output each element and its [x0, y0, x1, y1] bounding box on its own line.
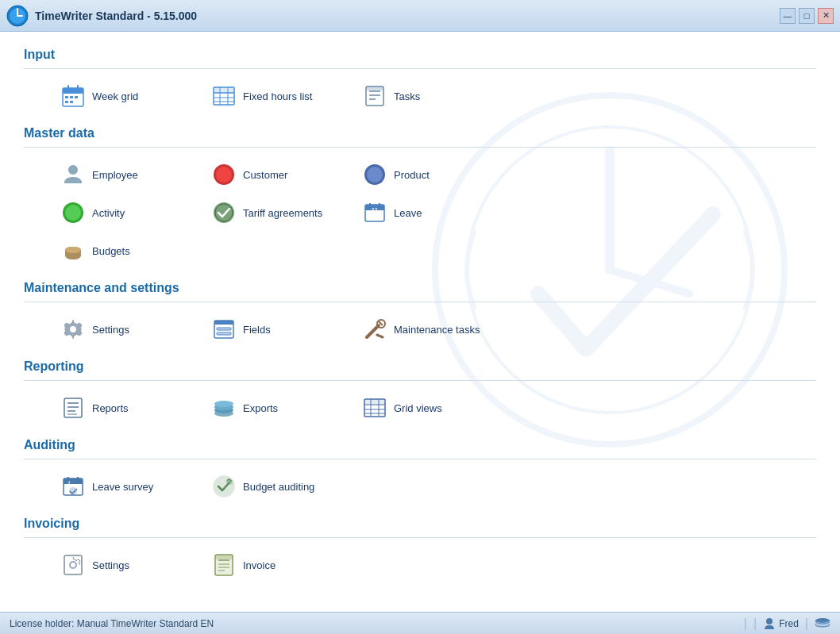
svg-rect-21: [214, 87, 234, 93]
svg-rect-68: [364, 399, 385, 405]
inv-settings-label: Settings: [92, 559, 129, 571]
minimize-button[interactable]: —: [780, 8, 796, 24]
fixed-hours-label: Fixed hours list: [243, 90, 312, 102]
week-grid-label: Week grid: [92, 90, 138, 102]
leave-icon: 11: [362, 200, 387, 225]
activity-icon: [60, 200, 86, 225]
menu-item-fields[interactable]: Fields: [198, 310, 349, 348]
svg-rect-11: [70, 96, 73, 98]
section-invoicing: Invoicing Settings Invoice: [24, 509, 816, 584]
product-label: Product: [394, 169, 430, 181]
menu-item-employee[interactable]: Employee: [48, 156, 198, 194]
fields-icon: [211, 317, 237, 342]
svg-rect-10: [65, 96, 68, 98]
section-title-input: Input: [24, 40, 816, 68]
menu-item-customer[interactable]: Customer: [198, 156, 349, 194]
menu-item-fixed-hours[interactable]: Fixed hours list: [198, 77, 349, 115]
activity-label: Activity: [92, 207, 125, 219]
svg-rect-12: [75, 96, 78, 98]
section-title-reporting: Reporting: [24, 352, 816, 380]
svg-point-86: [766, 618, 773, 624]
employee-label: Employee: [92, 169, 138, 181]
svg-rect-70: [64, 478, 83, 484]
svg-point-42: [65, 247, 81, 253]
svg-point-31: [367, 167, 383, 183]
section-master-data: Master data Employee Customer Product Ac…: [24, 118, 816, 270]
section-maintenance: Maintenance and settings Settings Fields…: [24, 273, 816, 348]
menu-item-tariff[interactable]: Tariff agreements: [198, 194, 349, 232]
settings-icon: [60, 317, 86, 342]
menu-item-tasks[interactable]: Tasks: [349, 77, 500, 115]
tasks-label: Tasks: [394, 90, 420, 102]
section-title-invoicing: Invoicing: [24, 509, 816, 537]
user-icon: [763, 617, 776, 630]
svg-rect-7: [63, 88, 83, 94]
license-text: License holder: Manual TimeWriter Standa…: [10, 618, 738, 629]
svg-rect-13: [65, 101, 68, 103]
menu-item-reports[interactable]: Reports: [48, 389, 198, 427]
separator-2: |: [753, 617, 757, 631]
svg-rect-26: [366, 86, 383, 90]
section-divider-maintenance: [24, 302, 816, 302]
separator-1: |: [744, 617, 747, 631]
section-items-reporting: Reports Exports Grid views: [24, 389, 816, 427]
status-bar: License holder: Manual TimeWriter Standa…: [0, 612, 840, 634]
separator-3: |: [805, 617, 808, 631]
app-title: TimeWriter Standard - 5.15.000: [35, 10, 780, 22]
invoice-label: Invoice: [243, 559, 276, 571]
svg-rect-48: [217, 332, 231, 335]
section-title-maintenance: Maintenance and settings: [24, 273, 816, 302]
section-title-master-data: Master data: [24, 118, 816, 147]
grid-views-label: Grid views: [394, 402, 442, 414]
section-reporting: Reporting Reports Exports Grid views: [24, 352, 816, 427]
inv-settings-icon: [60, 552, 86, 578]
settings-label: Settings: [92, 324, 129, 336]
svg-rect-47: [217, 328, 231, 330]
close-button[interactable]: ✕: [818, 8, 834, 24]
database-icon: [815, 617, 830, 630]
menu-item-grid-views[interactable]: Grid views: [349, 389, 500, 427]
menu-item-maintenance-tasks[interactable]: Maintenance tasks: [349, 310, 500, 348]
svg-point-44: [70, 326, 76, 332]
menu-item-week-grid[interactable]: Week grid: [48, 77, 198, 115]
tasks-icon: [362, 83, 387, 109]
svg-point-33: [65, 205, 81, 221]
menu-item-inv-settings[interactable]: Settings: [48, 546, 198, 584]
section-divider-invoicing: [24, 537, 816, 538]
exports-label: Exports: [243, 402, 278, 414]
section-items-input: Week grid Fixed hours list Tasks: [24, 77, 816, 115]
section-input: Input Week grid Fixed hours list Tasks: [24, 40, 816, 115]
customer-icon: [211, 162, 237, 187]
menu-item-leave[interactable]: 11 Leave: [349, 194, 500, 232]
menu-item-budgets[interactable]: Budgets: [48, 232, 198, 270]
fixed-hours-icon: [211, 83, 237, 109]
section-divider-input: [24, 68, 816, 69]
budgets-icon: [60, 238, 86, 263]
section-items-maintenance: Settings Fields Maintenance tasks: [24, 310, 816, 348]
menu-item-product[interactable]: Product: [349, 156, 500, 194]
menu-item-leave-survey[interactable]: 1 Leave survey: [48, 467, 198, 505]
product-icon: [362, 162, 387, 187]
budget-auditing-label: Budget auditing: [243, 481, 314, 493]
content-area: Input Week grid Fixed hours list TasksMa…: [0, 32, 840, 603]
budgets-label: Budgets: [92, 245, 130, 257]
menu-item-exports[interactable]: Exports: [198, 389, 349, 427]
fields-label: Fields: [243, 324, 271, 336]
svg-point-27: [68, 165, 78, 175]
budget-auditing-icon: [211, 474, 237, 499]
maximize-button[interactable]: □: [799, 8, 815, 24]
menu-item-budget-auditing[interactable]: Budget auditing: [198, 467, 349, 505]
week-grid-icon: [60, 83, 86, 109]
employee-icon: [60, 162, 86, 187]
svg-point-34: [214, 202, 234, 223]
customer-label: Customer: [243, 169, 287, 181]
user-info: Fred: [763, 617, 799, 630]
menu-item-activity[interactable]: Activity: [48, 194, 198, 232]
section-auditing: Auditing 1 Leave survey Budget auditing: [24, 430, 816, 505]
menu-item-invoice[interactable]: Invoice: [198, 546, 349, 584]
section-items-auditing: 1 Leave survey Budget auditing: [24, 467, 816, 505]
menu-item-settings[interactable]: Settings: [48, 310, 198, 348]
tariff-label: Tariff agreements: [243, 207, 322, 219]
section-divider-auditing: [24, 459, 816, 459]
svg-rect-14: [70, 101, 73, 103]
